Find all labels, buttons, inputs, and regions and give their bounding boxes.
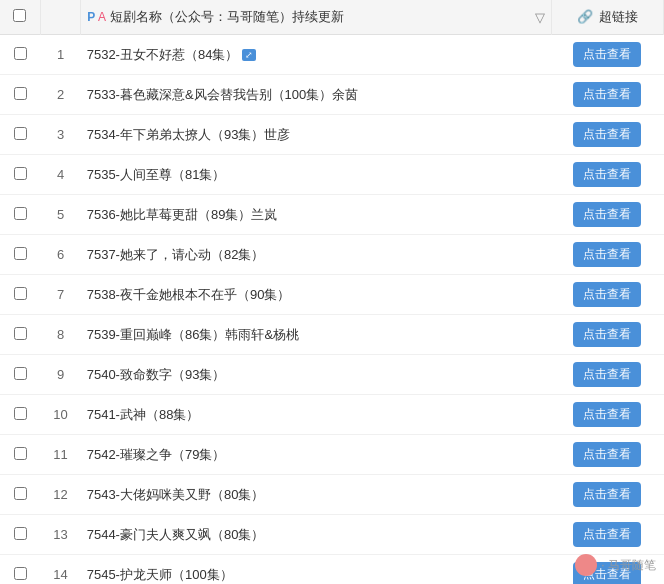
row-checkbox[interactable]: [14, 87, 27, 100]
row-title: 7537-她来了，请心动（82集）: [81, 235, 552, 275]
row-checkbox-cell: [0, 515, 40, 555]
view-button[interactable]: 点击查看: [573, 122, 641, 147]
view-button[interactable]: 点击查看: [573, 162, 641, 187]
row-checkbox-cell: [0, 115, 40, 155]
row-checkbox-cell: [0, 275, 40, 315]
row-number: 8: [40, 315, 80, 355]
view-button[interactable]: 点击查看: [573, 482, 641, 507]
row-title: 7533-暮色藏深意&风会替我告别（100集）余茵: [81, 75, 552, 115]
row-number: 9: [40, 355, 80, 395]
filter-icon[interactable]: ▽: [535, 10, 545, 25]
view-button[interactable]: 点击查看: [573, 242, 641, 267]
row-link-cell: 点击查看: [551, 235, 663, 275]
row-title: 7532-丑女不好惹（84集）⤢: [81, 35, 552, 75]
checkbox-header[interactable]: [0, 0, 40, 35]
row-link-cell: 点击查看: [551, 195, 663, 235]
row-title: 7542-璀璨之争（79集）: [81, 435, 552, 475]
table-row: 47535-人间至尊（81集）点击查看: [0, 155, 664, 195]
row-link-cell: 点击查看: [551, 475, 663, 515]
row-number: 1: [40, 35, 80, 75]
table-row: 87539-重回巅峰（86集）韩雨轩&杨桃点击查看: [0, 315, 664, 355]
table-row: 57536-她比草莓更甜（89集）兰岚点击查看: [0, 195, 664, 235]
link-header: 🔗 超链接: [551, 0, 663, 35]
row-checkbox[interactable]: [14, 47, 27, 60]
row-number: 3: [40, 115, 80, 155]
row-link-cell: 点击查看: [551, 395, 663, 435]
row-number: 5: [40, 195, 80, 235]
table-row: 127543-大佬妈咪美又野（80集）点击查看: [0, 475, 664, 515]
row-checkbox-cell: [0, 435, 40, 475]
view-button[interactable]: 点击查看: [573, 202, 641, 227]
row-checkbox[interactable]: [14, 167, 27, 180]
row-number: 2: [40, 75, 80, 115]
row-checkbox[interactable]: [14, 447, 27, 460]
view-button[interactable]: 点击查看: [573, 442, 641, 467]
row-checkbox[interactable]: [14, 207, 27, 220]
select-all-checkbox[interactable]: [13, 9, 26, 22]
row-link-cell: 点击查看: [551, 35, 663, 75]
view-button[interactable]: 点击查看: [573, 402, 641, 427]
row-checkbox-cell: [0, 555, 40, 585]
table-row: 107541-武神（88集）点击查看: [0, 395, 664, 435]
view-button[interactable]: 点击查看: [573, 42, 641, 67]
link-header-label: 超链接: [599, 9, 638, 24]
row-checkbox-cell: [0, 315, 40, 355]
row-checkbox-cell: [0, 35, 40, 75]
row-title: 7544-豪门夫人爽又飒（80集）: [81, 515, 552, 555]
row-title: 7534-年下弟弟太撩人（93集）世彦: [81, 115, 552, 155]
row-title: 7543-大佬妈咪美又野（80集）: [81, 475, 552, 515]
view-button[interactable]: 点击查看: [573, 322, 641, 347]
row-checkbox[interactable]: [14, 567, 27, 580]
row-title: 7540-致命数字（93集）: [81, 355, 552, 395]
row-checkbox[interactable]: [14, 247, 27, 260]
row-number: 4: [40, 155, 80, 195]
row-number: 11: [40, 435, 80, 475]
row-number: 12: [40, 475, 80, 515]
view-button[interactable]: 点击查看: [573, 362, 641, 387]
row-title: 7536-她比草莓更甜（89集）兰岚: [81, 195, 552, 235]
row-checkbox[interactable]: [14, 127, 27, 140]
table-row: 27533-暮色藏深意&风会替我告别（100集）余茵点击查看: [0, 75, 664, 115]
header-type-icons: P A: [87, 10, 106, 24]
table-row: 67537-她来了，请心动（82集）点击查看: [0, 235, 664, 275]
row-checkbox[interactable]: [14, 367, 27, 380]
table-row: 137544-豪门夫人爽又飒（80集）点击查看: [0, 515, 664, 555]
link-icon: 🔗: [577, 9, 593, 24]
view-button[interactable]: 点击查看: [573, 82, 641, 107]
table-row: 17532-丑女不好惹（84集）⤢点击查看: [0, 35, 664, 75]
title-header-label: 短剧名称（公众号：马哥随笔）持续更新: [110, 8, 344, 26]
row-checkbox-cell: [0, 475, 40, 515]
row-link-cell: 点击查看: [551, 315, 663, 355]
row-title: 7535-人间至尊（81集）: [81, 155, 552, 195]
row-title: 7541-武神（88集）: [81, 395, 552, 435]
row-title: 7545-护龙天师（100集）: [81, 555, 552, 585]
row-checkbox-cell: [0, 355, 40, 395]
row-checkbox-cell: [0, 395, 40, 435]
row-checkbox-cell: [0, 75, 40, 115]
row-link-cell: 点击查看: [551, 275, 663, 315]
row-number: 10: [40, 395, 80, 435]
row-title: 7539-重回巅峰（86集）韩雨轩&杨桃: [81, 315, 552, 355]
table-body: 17532-丑女不好惹（84集）⤢点击查看27533-暮色藏深意&风会替我告别（…: [0, 35, 664, 585]
title-header-content: P A 短剧名称（公众号：马哥随笔）持续更新 ▽: [87, 8, 545, 26]
view-button[interactable]: 点击查看: [573, 522, 641, 547]
row-checkbox[interactable]: [14, 487, 27, 500]
watermark-label: · 马哥随笔: [601, 557, 656, 574]
row-title: 7538-夜千金她根本不在乎（90集）: [81, 275, 552, 315]
external-link-icon[interactable]: ⤢: [242, 49, 256, 61]
table-row: 97540-致命数字（93集）点击查看: [0, 355, 664, 395]
table-header-row: P A 短剧名称（公众号：马哥随笔）持续更新 ▽ 🔗 超链接: [0, 0, 664, 35]
num-header: [40, 0, 80, 35]
table-row: 37534-年下弟弟太撩人（93集）世彦点击查看: [0, 115, 664, 155]
table-row: 117542-璀璨之争（79集）点击查看: [0, 435, 664, 475]
row-number: 6: [40, 235, 80, 275]
row-link-cell: 点击查看: [551, 155, 663, 195]
row-checkbox[interactable]: [14, 527, 27, 540]
view-button[interactable]: 点击查看: [573, 282, 641, 307]
row-checkbox[interactable]: [14, 287, 27, 300]
row-checkbox[interactable]: [14, 407, 27, 420]
row-number: 13: [40, 515, 80, 555]
row-link-cell: 点击查看: [551, 515, 663, 555]
watermark: · 马哥随笔: [575, 554, 656, 576]
row-checkbox[interactable]: [14, 327, 27, 340]
